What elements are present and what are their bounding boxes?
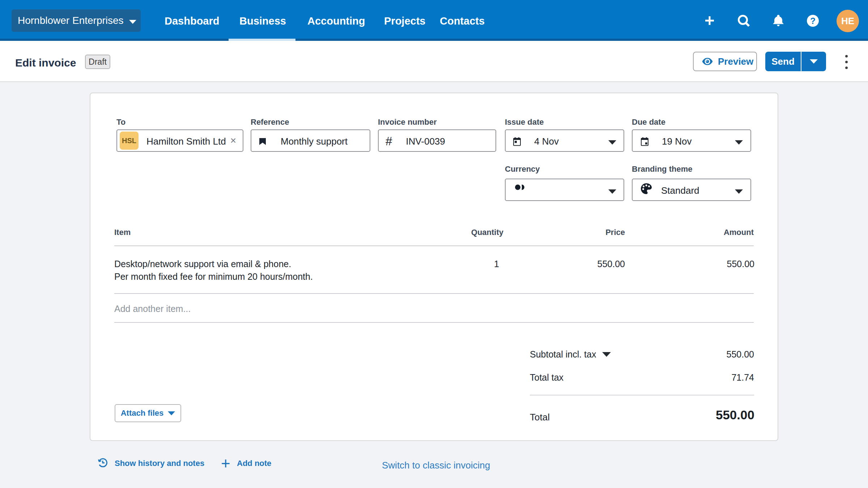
svg-text:?: ? <box>810 16 816 26</box>
